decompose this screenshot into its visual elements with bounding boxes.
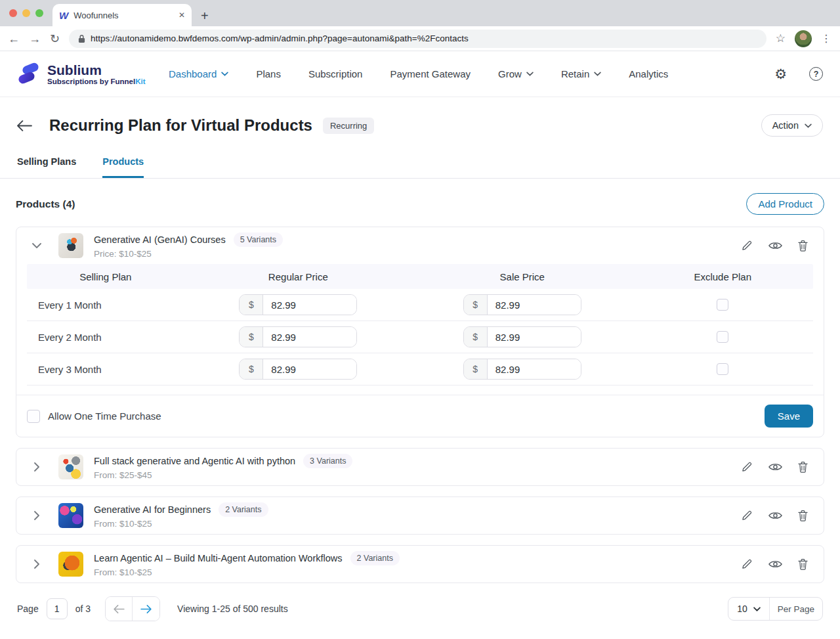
- browser-tab[interactable]: W Woofunnels ✕: [52, 4, 192, 26]
- nav-item-plans[interactable]: Plans: [256, 68, 281, 79]
- plan-name: Every 3 Month: [27, 364, 184, 375]
- regular-price-field[interactable]: [263, 295, 356, 315]
- nav-item-retain[interactable]: Retain: [561, 68, 601, 79]
- url-text: https://autonamidemo.bwfdemos.com/wp-adm…: [91, 33, 469, 43]
- lock-icon: [78, 34, 85, 43]
- back-arrow-icon[interactable]: [17, 120, 32, 131]
- sale-price-input[interactable]: $: [463, 294, 581, 315]
- minimize-window-button[interactable]: [22, 9, 30, 17]
- edit-pencil-icon[interactable]: [741, 240, 753, 252]
- logo-name: Sublium: [47, 62, 146, 77]
- nav-item-payment-gateway[interactable]: Payment Gateway: [390, 68, 471, 79]
- chevron-down-icon: [805, 123, 812, 128]
- view-eye-icon[interactable]: [768, 462, 782, 472]
- sublium-logo[interactable]: Sublium Subscriptions by FunnelKit: [17, 61, 158, 87]
- currency-prefix: $: [240, 327, 263, 347]
- woofunnels-favicon-icon: W: [59, 11, 68, 20]
- pricing-table: Selling Plan Regular Price Sale Price Ex…: [16, 264, 824, 386]
- zoom-window-button[interactable]: [35, 9, 43, 17]
- per-page-control: 10 Per Page: [728, 597, 823, 621]
- close-window-button[interactable]: [9, 9, 17, 17]
- nav-item-subscription[interactable]: Subscription: [308, 68, 363, 79]
- expand-chevron-icon[interactable]: [28, 511, 45, 520]
- browser-forward-icon[interactable]: →: [29, 33, 41, 45]
- bookmark-star-icon[interactable]: ☆: [776, 32, 786, 45]
- expand-chevron-icon[interactable]: [28, 560, 45, 569]
- edit-pencil-icon[interactable]: [741, 461, 753, 473]
- product-card: Full stack generative and Agentic AI wit…: [16, 448, 824, 486]
- exclude-plan-checkbox[interactable]: [717, 299, 728, 311]
- allow-one-time-label: Allow One Time Purchase: [48, 410, 161, 422]
- delete-trash-icon[interactable]: [798, 558, 808, 570]
- product-card: Generative AI for Beginners 2 Variants F…: [16, 496, 824, 535]
- regular-price-input[interactable]: $: [239, 294, 357, 315]
- chevron-down-icon: [526, 72, 534, 76]
- browser-back-icon[interactable]: ←: [8, 33, 20, 45]
- product-row: Learn Agentic AI – Build Multi-Agent Aut…: [16, 546, 824, 583]
- browser-profile-avatar[interactable]: [795, 30, 812, 47]
- nav-item-analytics[interactable]: Analytics: [629, 68, 668, 79]
- expand-chevron-icon[interactable]: [28, 462, 45, 472]
- collapse-chevron-icon[interactable]: [28, 243, 45, 249]
- regular-price-input[interactable]: $: [239, 326, 357, 347]
- pager-buttons: [105, 596, 160, 621]
- save-button[interactable]: Save: [765, 405, 813, 428]
- app-header: Sublium Subscriptions by FunnelKit Dashb…: [0, 51, 840, 97]
- next-page-button[interactable]: [133, 597, 159, 621]
- sale-price-input[interactable]: $: [463, 359, 581, 380]
- delete-trash-icon[interactable]: [798, 461, 808, 473]
- edit-pencil-icon[interactable]: [741, 510, 753, 521]
- view-eye-icon[interactable]: [768, 511, 782, 520]
- add-product-button[interactable]: Add Product: [746, 193, 824, 215]
- tabs-bar: Selling Plans Products: [0, 137, 840, 179]
- regular-price-input[interactable]: $: [239, 359, 357, 380]
- product-row: Generative AI (GenAI) Courses 5 Variants…: [16, 227, 824, 264]
- edit-pencil-icon[interactable]: [741, 558, 753, 570]
- exclude-plan-checkbox[interactable]: [717, 363, 728, 375]
- col-regular-price: Regular Price: [184, 271, 412, 282]
- product-thumbnail: [58, 503, 83, 528]
- variants-badge: 2 Variants: [350, 551, 400, 565]
- sale-price-input[interactable]: $: [463, 326, 581, 347]
- products-heading-row: Products (4) Add Product: [16, 193, 824, 215]
- tab-products[interactable]: Products: [102, 156, 144, 178]
- prev-page-button[interactable]: [106, 597, 133, 621]
- currency-prefix: $: [464, 359, 488, 379]
- exclude-plan-checkbox[interactable]: [717, 331, 728, 343]
- currency-prefix: $: [240, 295, 263, 315]
- sale-price-field[interactable]: [488, 327, 581, 347]
- settings-gear-icon[interactable]: ⚙: [774, 67, 787, 81]
- product-thumbnail: [58, 552, 83, 577]
- tab-selling-plans[interactable]: Selling Plans: [17, 156, 76, 178]
- allow-one-time-checkbox[interactable]: [27, 410, 40, 423]
- plan-name: Every 2 Month: [27, 332, 184, 343]
- nav-item-dashboard[interactable]: Dashboard: [169, 68, 228, 79]
- regular-price-field[interactable]: [263, 327, 356, 347]
- regular-price-field[interactable]: [263, 359, 356, 379]
- action-button[interactable]: Action: [761, 114, 823, 137]
- sale-price-field[interactable]: [488, 359, 581, 379]
- sale-price-field[interactable]: [488, 295, 581, 315]
- currency-prefix: $: [464, 295, 488, 315]
- help-icon[interactable]: ?: [809, 67, 823, 81]
- product-thumbnail: [58, 454, 83, 479]
- page-label: Page: [17, 604, 39, 614]
- pricing-row: Every 3 Month $ $: [27, 353, 813, 386]
- browser-menu-icon[interactable]: ⋮: [821, 32, 832, 45]
- product-price-range: Price: $10-$25: [94, 249, 737, 259]
- page-number-input[interactable]: [47, 598, 68, 619]
- product-price-range: From: $25-$45: [94, 470, 737, 480]
- delete-trash-icon[interactable]: [798, 510, 808, 521]
- tab-close-icon[interactable]: ✕: [178, 11, 185, 20]
- nav-item-grow[interactable]: Grow: [498, 68, 534, 79]
- browser-toolbar: ← → ↻ https://autonamidemo.bwfdemos.com/…: [0, 26, 840, 51]
- browser-reload-icon[interactable]: ↻: [50, 33, 60, 45]
- new-tab-button[interactable]: +: [201, 9, 209, 22]
- view-eye-icon[interactable]: [768, 241, 782, 250]
- per-page-select[interactable]: 10: [728, 598, 770, 620]
- view-eye-icon[interactable]: [768, 560, 782, 569]
- header-icons: ⚙ ?: [774, 67, 823, 81]
- address-bar[interactable]: https://autonamidemo.bwfdemos.com/wp-adm…: [69, 30, 766, 48]
- delete-trash-icon[interactable]: [798, 240, 808, 252]
- card-footer: Allow One Time Purchase Save: [16, 395, 824, 437]
